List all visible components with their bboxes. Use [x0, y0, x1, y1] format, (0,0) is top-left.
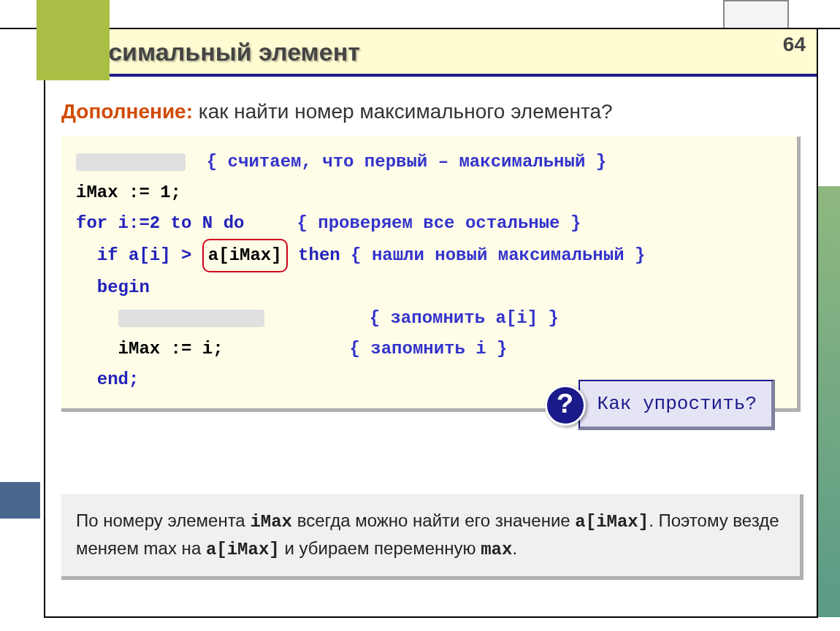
- hidden-code-1: [76, 153, 186, 171]
- comment-4: { нашли новый максимальный }: [351, 245, 645, 265]
- hidden-code-2: [118, 310, 264, 327]
- decoration-olive-block: [37, 0, 110, 80]
- explain-t5: .: [512, 538, 517, 558]
- explain-t4: и убираем переменную: [280, 538, 481, 558]
- header-band: Максимальный элемент: [45, 29, 817, 77]
- slide-frame: 64 Максимальный элемент Дополнение: как …: [44, 28, 818, 618]
- decoration-top-line: [0, 28, 840, 29]
- callout-text: Как упростить?: [579, 380, 775, 430]
- explain-t2: всегда можно найти его значение: [292, 510, 575, 530]
- code-for: for i:=2 to N do: [76, 213, 244, 233]
- subtitle: Дополнение: как найти номер максимальног…: [61, 100, 817, 123]
- callout: ? Как упростить?: [545, 380, 775, 430]
- code-end: end;: [97, 370, 140, 389]
- explanation-box: По номеру элемента iMax всегда можно най…: [61, 494, 803, 580]
- code-imax-assign: iMax := i;: [118, 339, 224, 359]
- explain-m2: a[iMax]: [575, 512, 649, 532]
- comment-6: { запомнить a[i] }: [370, 308, 559, 328]
- code-line-7: iMax := i; { запомнить i }: [76, 334, 782, 364]
- highlighted-expression: a[iMax]: [202, 239, 288, 272]
- code-line-2: iMax := 1;: [76, 177, 782, 208]
- explain-m4: max: [481, 540, 512, 559]
- explain-m1: iMax: [250, 512, 292, 532]
- explain-t1: По номеру элемента: [76, 510, 250, 530]
- comment-7: { запомнить i }: [349, 339, 507, 359]
- code-line-4: if a[i] > a[iMax] then { нашли новый мак…: [76, 239, 782, 272]
- code-block: { считаем, что первый – максимальный } i…: [61, 137, 801, 412]
- code-line-6: { запомнить a[i] }: [76, 303, 782, 334]
- code-if-a: if a[i] >: [97, 245, 202, 265]
- page-number: 64: [783, 33, 806, 56]
- comment-1: { считаем, что первый – максимальный }: [207, 152, 606, 172]
- comment-3: { проверяем все остальные }: [297, 213, 581, 233]
- decoration-left-blue: [0, 482, 40, 519]
- code-if-b: then: [288, 245, 351, 265]
- subtitle-text: как найти номер максимального элемента?: [193, 100, 613, 123]
- code-begin: begin: [97, 278, 150, 297]
- code-line-1: { считаем, что первый – максимальный }: [76, 147, 782, 177]
- explain-m3: a[iMax]: [206, 540, 280, 559]
- decoration-gray-box: [723, 0, 789, 29]
- code-line-5: begin: [76, 272, 782, 303]
- question-icon: ?: [545, 385, 586, 426]
- subtitle-label: Дополнение:: [61, 100, 193, 123]
- code-line-3: for i:=2 to N do { проверяем все остальн…: [76, 208, 782, 239]
